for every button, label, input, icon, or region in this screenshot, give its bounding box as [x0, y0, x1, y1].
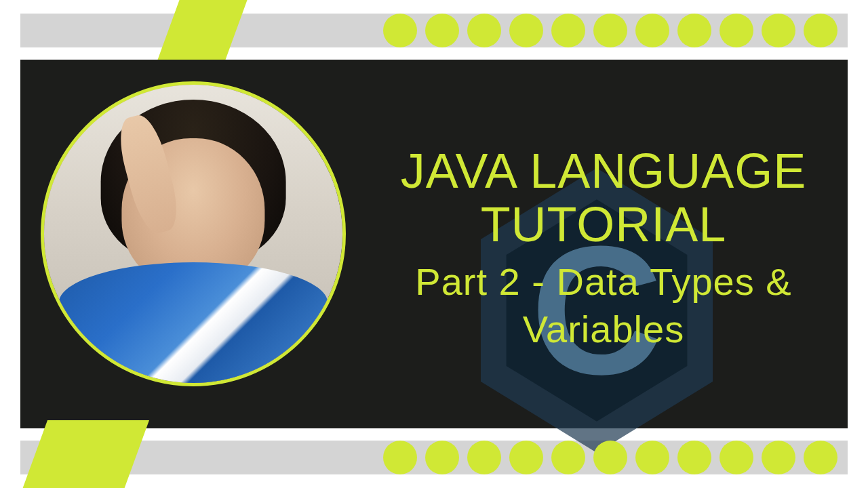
dot-icon	[509, 441, 543, 474]
dot-icon	[383, 14, 417, 47]
dot-icon	[804, 14, 837, 47]
dot-icon	[762, 14, 795, 47]
dot-icon	[593, 14, 627, 47]
dot-icon	[804, 441, 837, 474]
dot-icon	[719, 441, 753, 474]
title-main: JAVA LANGUAGE TUTORIAL	[400, 144, 807, 251]
dot-icon	[383, 441, 417, 474]
dot-icon	[509, 14, 543, 47]
accent-shape-top	[157, 0, 250, 61]
dot-icon	[467, 14, 501, 47]
dot-row-bottom	[383, 441, 837, 474]
title-sub: Part 2 - Data Types & Variables	[400, 258, 807, 353]
dot-icon	[467, 441, 501, 474]
dot-icon	[425, 441, 459, 474]
dot-icon	[593, 441, 627, 474]
dot-icon	[677, 441, 711, 474]
dot-icon	[762, 441, 795, 474]
dot-icon	[551, 441, 585, 474]
dot-icon	[719, 14, 753, 47]
dot-row-top	[383, 14, 837, 47]
dot-icon	[551, 14, 585, 47]
dot-icon	[635, 441, 669, 474]
dot-icon	[635, 14, 669, 47]
dot-icon	[425, 14, 459, 47]
presenter-portrait	[41, 81, 346, 386]
accent-shape-bottom	[20, 420, 149, 488]
dot-icon	[677, 14, 711, 47]
title-block: JAVA LANGUAGE TUTORIAL Part 2 - Data Typ…	[400, 144, 807, 353]
